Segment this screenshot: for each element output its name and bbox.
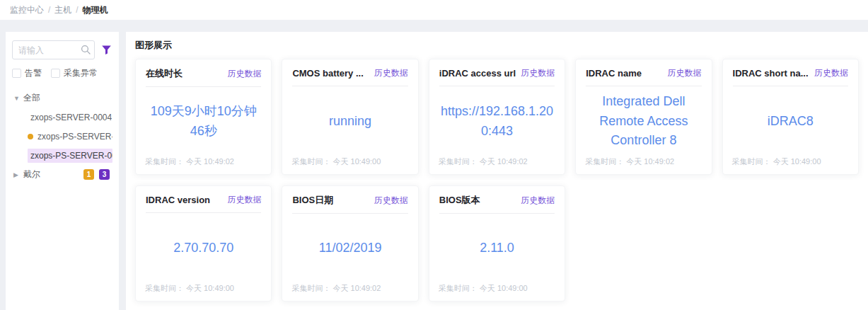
collect-time-label: 采集时间： (585, 157, 624, 166)
filter-button[interactable] (100, 44, 112, 57)
history-data-link[interactable]: 历史数据 (814, 67, 848, 79)
tree-item-ps-server-0001[interactable]: zxops-PS-SERVER-0001 (12, 146, 112, 165)
alarm-status-dot (28, 134, 33, 139)
metric-card-title: IDRAC name (586, 68, 642, 79)
checkbox-label: 采集异常 (64, 67, 98, 79)
breadcrumb-separator: / (48, 5, 50, 15)
metric-card: CMOS battery ... 历史数据 running 采集时间： 今天 1… (282, 59, 418, 175)
search-input[interactable] (12, 40, 95, 59)
filter-funnel-icon (101, 45, 112, 55)
tree-item-server-0004[interactable]: zxops-SERVER-0004 (12, 108, 112, 127)
collect-time-value: 今天 10:49:00 (480, 284, 528, 292)
breadcrumb-item-monitor-center[interactable]: 监控中心 (10, 4, 44, 16)
collect-time-value: 今天 10:49:02 (626, 157, 674, 166)
collect-time-label: 采集时间： (145, 157, 184, 166)
metric-card-body: 2.11.0 (429, 214, 565, 283)
collect-time-value: 今天 10:49:00 (186, 284, 234, 292)
collect-time-label: 采集时间： (291, 284, 330, 292)
checkbox-alarm[interactable]: 告警 (12, 67, 42, 79)
history-data-link[interactable]: 历史数据 (227, 194, 261, 206)
metric-card-title: BIOS版本 (439, 194, 480, 207)
caret-down-icon[interactable]: ▼ (13, 95, 23, 102)
checkbox-collect-abnormal[interactable]: 采集异常 (51, 67, 98, 79)
metric-value: running (329, 112, 371, 132)
caret-right-icon[interactable]: ▶ (13, 171, 23, 178)
search-row (12, 40, 112, 59)
tree-item-label: 全部 (23, 92, 40, 104)
breadcrumb-item-physical-machine: 物理机 (83, 4, 108, 16)
metric-card-footer: 采集时间： 今天 10:49:00 (282, 156, 417, 174)
content-area: 告警 采集异常 ▼ 全部 zxops-SERVER-0004 zxops-PS-… (6, 32, 868, 310)
metric-card-body: Integrated Dell Remote Access Controller… (576, 86, 711, 156)
metric-card-header: BIOS日期 历史数据 (292, 186, 407, 214)
tree-item-label: zxops-PS-SERVER-0001 (28, 149, 112, 163)
collect-time-label: 采集时间： (145, 284, 184, 292)
metric-value: iDRAC8 (768, 112, 814, 132)
history-data-link[interactable]: 历史数据 (374, 195, 408, 207)
metric-value: 2.11.0 (480, 239, 514, 258)
info-count-badge: 3 (99, 169, 110, 180)
metric-card-body: 2.70.70.70 (136, 213, 271, 283)
breadcrumb: 监控中心 / 主机 / 物理机 (10, 4, 108, 16)
section-title: 图形展示 (135, 39, 859, 52)
metric-card-footer: 采集时间： 今天 10:49:00 (723, 156, 858, 174)
metric-card-footer: 采集时间： 今天 10:49:02 (136, 156, 271, 174)
metric-value: 109天9小时10分钟46秒 (144, 102, 262, 142)
metric-card: BIOS日期 历史数据 11/02/2019 采集时间： 今天 10:49:02 (282, 185, 418, 302)
metric-card: BIOS版本 历史数据 2.11.0 采集时间： 今天 10:49:00 (429, 185, 565, 302)
metric-card-footer: 采集时间： 今天 10:49:02 (576, 156, 711, 174)
collect-time-value: 今天 10:49:00 (773, 157, 821, 166)
metric-card-footer: 采集时间： 今天 10:49:02 (282, 283, 417, 301)
metric-card-body: iDRAC8 (723, 86, 858, 156)
checkbox-icon (51, 69, 60, 78)
metric-value: 2.70.70.70 (173, 239, 233, 258)
breadcrumb-item-host[interactable]: 主机 (54, 4, 71, 16)
history-data-link[interactable]: 历史数据 (521, 67, 555, 79)
metric-card: IDRAC version 历史数据 2.70.70.70 采集时间： 今天 1… (135, 185, 272, 302)
collect-time-value: 今天 10:49:02 (480, 157, 528, 166)
metric-card-header: IDRAC version 历史数据 (146, 186, 261, 213)
metric-card-body: https://192.168.1.200:443 (429, 86, 565, 156)
metric-card-title: IDRAC short na... (733, 68, 809, 79)
metric-card-title: CMOS battery ... (292, 68, 363, 79)
metric-card-title: BIOS日期 (292, 194, 333, 207)
tree-item-all[interactable]: ▼ 全部 (12, 88, 112, 108)
collect-time-label: 采集时间： (439, 157, 478, 166)
metric-value: https://192.168.1.200:443 (438, 102, 556, 142)
metric-card-header: IDRAC name 历史数据 (586, 59, 701, 86)
collect-time-label: 采集时间： (291, 157, 330, 166)
metric-card: 在线时长 历史数据 109天9小时10分钟46秒 采集时间： 今天 10:49:… (135, 59, 272, 175)
tree-item-label: zxops-PS-SERVER-0002 (37, 132, 112, 142)
metric-value: Integrated Dell Remote Access Controller… (584, 92, 702, 151)
tree-item-ps-server-0002[interactable]: zxops-PS-SERVER-0002 (12, 127, 112, 146)
history-data-link[interactable]: 历史数据 (374, 67, 408, 79)
metric-cards-grid: 在线时长 历史数据 109天9小时10分钟46秒 采集时间： 今天 10:49:… (135, 59, 859, 302)
history-data-link[interactable]: 历史数据 (668, 67, 702, 79)
breadcrumb-separator: / (76, 5, 78, 15)
metric-card-footer: 采集时间： 今天 10:49:00 (429, 283, 565, 301)
metric-card-body: running (282, 86, 417, 156)
main-panel: 图形展示 在线时长 历史数据 109天9小时10分钟46秒 采集时间： 今天 1… (126, 32, 868, 310)
checkbox-icon (12, 69, 21, 78)
tree-item-label: zxops-SERVER-0004 (30, 113, 112, 122)
history-data-link[interactable]: 历史数据 (521, 195, 555, 207)
metric-card-header: IDRAC short na... 历史数据 (733, 59, 848, 86)
metric-card: iDRAC access url 历史数据 https://192.168.1.… (429, 59, 565, 175)
checkbox-label: 告警 (25, 67, 42, 79)
sidebar: 告警 采集异常 ▼ 全部 zxops-SERVER-0004 zxops-PS-… (6, 32, 119, 310)
metric-card-footer: 采集时间： 今天 10:49:00 (136, 283, 271, 301)
collect-time-label: 采集时间： (732, 157, 771, 166)
metric-card-body: 109天9小时10分钟46秒 (136, 87, 271, 156)
collect-time-value: 今天 10:49:02 (332, 284, 381, 292)
top-bar: 监控中心 / 主机 / 物理机 (0, 0, 868, 20)
badge-group: 1 3 (83, 169, 112, 180)
host-tree: ▼ 全部 zxops-SERVER-0004 zxops-PS-SERVER-0… (12, 88, 112, 184)
search-box (12, 40, 95, 59)
history-data-link[interactable]: 历史数据 (227, 68, 261, 80)
metric-card-header: CMOS battery ... 历史数据 (292, 59, 407, 86)
tree-item-dell[interactable]: ▶ 戴尔 1 3 (12, 165, 112, 184)
metric-card-title: iDRAC access url (439, 68, 516, 79)
metric-card-header: 在线时长 历史数据 (146, 59, 261, 87)
metric-card: IDRAC name 历史数据 Integrated Dell Remote A… (575, 59, 712, 175)
metric-card-footer: 采集时间： 今天 10:49:02 (429, 156, 565, 174)
